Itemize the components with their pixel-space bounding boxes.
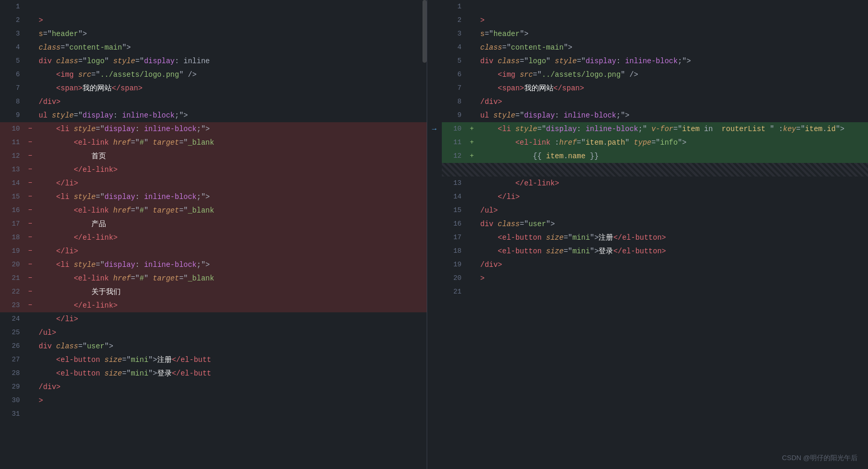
line-number: 13 [442, 177, 468, 190]
line-number: 7 [442, 81, 468, 95]
line-marker [468, 217, 476, 231]
line-number: 22 [0, 285, 26, 299]
line-content: <el-button size="mini">注册</el-button> [476, 231, 869, 244]
line-marker [26, 367, 34, 380]
line-number: 5 [442, 54, 468, 68]
line-content: <el-link href="#" target="_blank [34, 136, 427, 149]
table-row: 18 <el-button size="mini">登录</el-button> [442, 244, 869, 258]
table-row: 30 > [0, 394, 427, 407]
line-content: 首页 [34, 149, 427, 163]
table-row: 10 − <li style="display: inline-block;"> [0, 122, 427, 136]
line-marker [26, 407, 34, 421]
line-marker [26, 353, 34, 367]
line-marker: − [26, 163, 34, 177]
scrollbar[interactable] [423, 0, 427, 63]
line-marker [26, 109, 34, 122]
line-marker [26, 14, 34, 27]
table-row: 12 − 首页 [0, 149, 427, 163]
line-marker: − [26, 190, 34, 204]
line-number: 12 [442, 149, 468, 163]
line-marker: − [26, 285, 34, 299]
line-content: > [476, 272, 869, 285]
line-content: </el-link> [34, 231, 427, 244]
line-content: s="header"> [476, 27, 869, 41]
table-row: 16 div class="user"> [442, 217, 869, 231]
table-row [442, 163, 869, 177]
line-content: <li style="display: inline-block;"> [34, 258, 427, 272]
line-marker [26, 81, 34, 95]
line-number: 3 [442, 27, 468, 41]
table-row: 15 − <li style="display: inline-block;"> [0, 190, 427, 204]
line-content: <li style="display: inline-block;"> [34, 122, 427, 136]
line-number: 1 [0, 0, 26, 14]
line-number: 11 [0, 136, 26, 149]
line-content: > [34, 14, 427, 27]
table-row: 17 <el-button size="mini">注册</el-button> [442, 231, 869, 244]
line-marker: − [26, 204, 34, 217]
line-number: 9 [0, 109, 26, 122]
line-number: 9 [442, 109, 468, 122]
line-content: <el-button size="mini">登录</el-butt [34, 367, 427, 380]
line-number: 23 [0, 299, 26, 312]
line-content: </li> [34, 244, 427, 258]
table-row: 20 > [442, 272, 869, 285]
table-row: 9 ul style="display: inline-block;"> [0, 109, 427, 122]
line-marker: − [26, 231, 34, 244]
line-number: 24 [0, 312, 26, 326]
line-number: 10 [442, 122, 468, 136]
table-row: 6 <img src="../assets/logo.png" /> [442, 68, 869, 81]
line-content: ul style="display: inline-block;"> [476, 109, 869, 122]
line-marker: + [468, 122, 476, 136]
line-number: 31 [0, 407, 26, 421]
left-pane: 1 2 > 3 s="header"> 4 class="content-mai… [0, 0, 427, 469]
line-number: 12 [0, 149, 26, 163]
table-row: 13 </el-link> [442, 177, 869, 190]
table-row: 8 /div> [442, 95, 869, 109]
line-content: </el-link> [34, 163, 427, 177]
line-marker: − [26, 217, 34, 231]
line-content: <el-link href="#" target="_blank [34, 204, 427, 217]
table-row: 19 − </li> [0, 244, 427, 258]
table-row: 14 − </li> [0, 177, 427, 190]
table-row: 7 <span>我的网站</span> [0, 81, 427, 95]
line-number: 4 [442, 41, 468, 54]
line-number: 20 [0, 258, 26, 272]
line-content: div class="user"> [34, 339, 427, 353]
right-code-area: 1 2 > 3 s="header"> 4 class="content-mai… [442, 0, 869, 469]
line-content: div class="logo" style="display: inline [34, 54, 427, 68]
line-content: <img src="../assets/logo.png" /> [476, 68, 869, 81]
line-number: 13 [0, 163, 26, 177]
line-number: 17 [442, 231, 468, 244]
table-row: 1 [442, 0, 869, 14]
line-content: ul style="display: inline-block;"> [34, 109, 427, 122]
table-row: 3 s="header"> [442, 27, 869, 41]
line-number: 4 [0, 41, 26, 54]
watermark: CSDN @明仔的阳光午后 [782, 453, 858, 463]
line-number: 15 [442, 204, 468, 217]
line-number: 7 [0, 81, 26, 95]
right-pane: 1 2 > 3 s="header"> 4 class="content-mai… [442, 0, 869, 469]
table-row: 18 − </el-link> [0, 231, 427, 244]
line-content: /div> [476, 258, 869, 272]
table-row: 13 − </el-link> [0, 163, 427, 177]
line-marker [468, 27, 476, 41]
table-row: 6 <img src="../assets/logo.png" /> [0, 68, 427, 81]
line-content: <el-button size="mini">登录</el-button> [476, 244, 869, 258]
line-number: 16 [442, 217, 468, 231]
line-marker [468, 109, 476, 122]
line-marker: − [26, 272, 34, 285]
line-content: <li style="display: inline-block;"> [34, 190, 427, 204]
line-content: {{ item.name }} [476, 149, 869, 163]
line-number: 8 [442, 95, 468, 109]
line-marker [26, 27, 34, 41]
line-content: div class="user"> [476, 217, 869, 231]
line-number: 8 [0, 95, 26, 109]
line-number: 28 [0, 367, 26, 380]
line-content: /div> [476, 95, 869, 109]
line-marker: − [26, 149, 34, 163]
line-marker [468, 177, 476, 190]
line-content: <span>我的网站</span> [476, 81, 869, 95]
line-content [476, 0, 869, 14]
line-marker [26, 0, 34, 14]
table-row: 2 > [0, 14, 427, 27]
